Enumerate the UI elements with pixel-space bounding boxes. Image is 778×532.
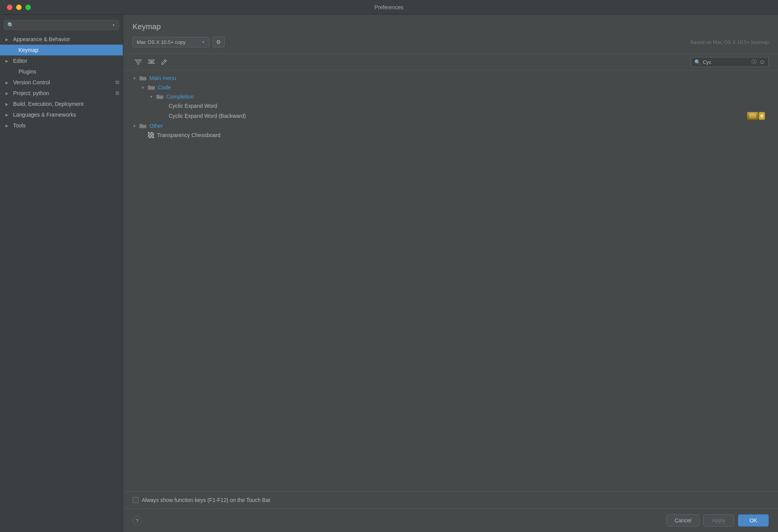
chevron-right-icon: ▶ [5,102,11,106]
tree-item-label: Cyclic Expand Word [169,103,217,109]
sidebar-item-label: Keymap [18,47,119,53]
function-keys-checkbox[interactable] [132,497,139,503]
svg-rect-0 [135,60,142,60]
sidebar-item-label: Languages & Frameworks [13,112,119,118]
folder-icon [148,85,155,90]
clear-search-button[interactable]: ⓧ [751,59,757,65]
svg-rect-23 [149,134,151,135]
toggle-icon: ▼ [149,95,155,99]
tree-item-transparency-chessboard[interactable]: Transparency Chessboard [123,130,778,140]
keymap-based-on-label: Based on Mac OS X 10.5+ keymap [691,39,769,45]
chevron-right-icon: ▶ [5,113,11,117]
sidebar-item-label: Project: python [13,90,113,96]
sidebar-search-wrapper[interactable]: 🔍 ▼ [4,20,119,30]
tree-item-main-menu[interactable]: ▼ Main menu [123,74,778,83]
tree-item-label: Completion [166,94,194,100]
sidebar-item-languages-frameworks[interactable]: ▶ Languages & Frameworks [0,109,123,120]
apply-button[interactable]: Apply [703,514,734,527]
gear-button[interactable]: ⚙ [213,37,225,47]
svg-rect-11 [753,115,753,115]
tree-item-cyclic-expand-word[interactable]: Cyclic Expand Word [123,101,778,110]
dropdown-arrow-icon: ▼ [201,40,205,44]
svg-rect-10 [751,115,752,115]
keymap-search-input[interactable] [703,59,749,65]
close-button[interactable] [7,5,12,10]
key-icon [760,114,764,118]
toolbar-search-wrapper: 🔍 ⓧ ☺ [691,57,769,67]
content-title: Keymap [132,22,769,31]
sidebar: 🔍 ▼ ▶ Appearance & Behavior Keymap ▶ Edi… [0,15,123,532]
ok-button[interactable]: OK [738,514,769,527]
sidebar-item-editor[interactable]: ▶ Editor [0,55,123,66]
filter-by-person-button[interactable]: ☺ [759,59,765,65]
keymap-tree: ▼ Main menu ▼ Code ▼ Completi [123,70,778,491]
keymap-dropdown[interactable]: Mac OS X 10.5+ copy ▼ [132,37,210,47]
sidebar-item-appearance-behavior[interactable]: ▶ Appearance & Behavior [0,34,123,45]
svg-rect-3 [148,60,155,60]
copy-icon: ⧉ [116,79,119,85]
svg-rect-2 [137,64,139,64]
keymap-dropdown-label: Mac OS X 10.5+ copy [137,39,198,45]
sidebar-item-plugins[interactable]: Plugins [0,66,123,77]
function-keys-label: Always show function keys (F1-F12) on th… [142,497,270,503]
tree-item-other[interactable]: ▼ Other [123,121,778,130]
filter-icon [135,59,142,65]
keyboard-icon [749,114,756,118]
window-controls [7,5,31,10]
svg-line-7 [164,60,166,62]
tree-item-label: Cyclic Expand Word (Backward) [169,113,246,119]
tree-item-cyclic-expand-word-backward[interactable]: Cyclic Expand Word (Backward) [123,110,778,121]
svg-rect-24 [151,134,153,135]
sidebar-item-label: Version Control [13,79,113,85]
keymap-toolbar: 🔍 ⓧ ☺ [123,54,778,70]
tree-item-completion[interactable]: ▼ Completion [123,92,778,101]
minimize-button[interactable] [16,5,22,10]
maximize-button[interactable] [25,5,31,10]
svg-rect-32 [151,137,153,138]
search-dropdown-arrow: ▼ [112,23,116,27]
svg-rect-33 [153,137,154,138]
keymap-selector-row: Mac OS X 10.5+ copy ▼ ⚙ Based on Mac OS … [132,37,769,47]
sidebar-item-label: Tools [13,122,119,129]
filter-button[interactable] [132,58,144,66]
toolbar-search-icon: 🔍 [694,59,701,65]
sidebar-item-build-execution[interactable]: ▶ Build, Execution, Deployment [0,99,123,109]
main-layout: 🔍 ▼ ▶ Appearance & Behavior Keymap ▶ Edi… [0,15,778,532]
search-icon: 🔍 [7,22,14,28]
sidebar-item-version-control[interactable]: ▶ Version Control ⧉ [0,77,123,88]
sidebar-item-tools[interactable]: ▶ Tools [0,120,123,131]
svg-rect-31 [149,137,151,138]
svg-rect-18 [148,132,149,134]
sidebar-search-input[interactable] [16,22,109,28]
filter2-button[interactable] [146,58,157,66]
cancel-button[interactable]: Cancel [666,514,699,527]
sidebar-item-label: Build, Execution, Deployment [13,101,119,107]
svg-rect-12 [754,115,755,115]
svg-rect-19 [149,132,151,134]
folder-icon [139,75,146,81]
svg-rect-26 [148,135,149,137]
tree-item-label: Code [158,84,171,90]
chevron-right-icon: ▶ [5,124,11,128]
svg-rect-14 [752,116,753,117]
svg-rect-27 [149,135,151,137]
tree-item-label: Transparency Chessboard [157,132,220,138]
keymap-selector-left: Mac OS X 10.5+ copy ▼ ⚙ [132,37,225,47]
tree-item-code[interactable]: ▼ Code [123,83,778,92]
chevron-right-icon: ▶ [5,91,11,95]
svg-rect-20 [151,132,153,134]
svg-rect-30 [148,137,149,138]
edit-button[interactable] [159,57,169,67]
svg-rect-29 [153,135,154,137]
toggle-icon: ▼ [132,76,138,80]
svg-rect-28 [151,135,153,137]
sidebar-item-keymap[interactable]: Keymap [0,45,123,55]
folder-icon [156,94,163,99]
tree-item-label: Main menu [149,75,176,81]
sidebar-item-project-python[interactable]: ▶ Project: python ⧉ [0,88,123,99]
edit-icon [161,59,167,65]
keybinding-icon [747,112,765,120]
help-button[interactable]: ? [132,516,142,525]
chevron-right-icon: ▶ [5,80,11,85]
footer-left: ? [132,516,142,525]
